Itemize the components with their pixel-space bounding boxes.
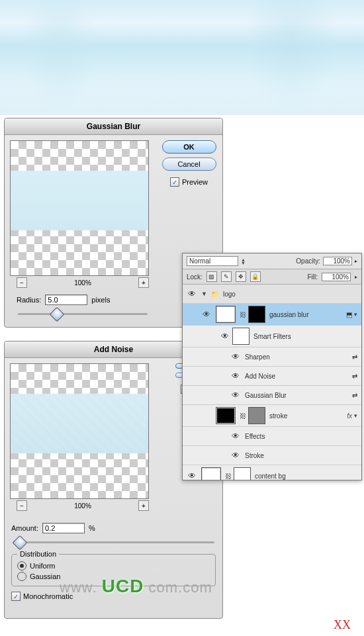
layer-content-bg[interactable]: 👁 ⛓ content bg	[183, 465, 361, 480]
filter-gaussian-blur[interactable]: 👁 Gaussian Blur ⇄	[183, 386, 361, 405]
filter-name: Gaussian Blur	[245, 392, 287, 399]
uniform-label: Uniform	[30, 562, 56, 570]
zoom-in-button[interactable]: +	[138, 500, 149, 511]
preview-checkbox[interactable]: ✓	[170, 177, 179, 187]
layer-stroke[interactable]: 👁 ⛓ stroke fx▾	[183, 405, 361, 427]
corner-annotation: XX	[334, 618, 351, 632]
filter-add-noise[interactable]: 👁 Add Noise ⇄	[183, 367, 361, 386]
eye-icon[interactable]: 👁	[201, 310, 212, 319]
radius-unit: pixels	[91, 296, 110, 304]
mask-thumb	[248, 407, 265, 424]
zoom-level: 100%	[74, 502, 91, 510]
blend-mode-select[interactable]: Normal	[187, 256, 238, 266]
cancel-button[interactable]: Cancel	[162, 158, 216, 171]
lock-all-icon[interactable]: 🔒	[250, 271, 261, 282]
smart-filters-row[interactable]: 👁 Smart Filters	[183, 326, 361, 347]
eye-icon[interactable]: 👁	[230, 432, 241, 441]
lock-position-icon[interactable]: ✥	[236, 271, 246, 282]
link-icon: ⛓	[240, 311, 246, 318]
filter-name: Sharpen	[245, 353, 270, 361]
layer-name: content bg	[255, 473, 286, 480]
layer-gaussian-blur[interactable]: 👁 ⛓ gaussian blur ⬒▾	[183, 304, 361, 326]
preview-sample	[11, 171, 148, 230]
eye-icon[interactable]: 👁	[187, 289, 197, 298]
smart-filters-label: Smart Filters	[253, 333, 291, 340]
link-icon: ⛓	[225, 473, 232, 480]
blend-mode-value: Normal	[189, 257, 210, 265]
eye-icon[interactable]: 👁	[230, 352, 241, 361]
preview-area[interactable]	[10, 140, 149, 276]
layer-thumb	[201, 467, 221, 480]
layer-name: gaussian blur	[269, 311, 308, 318]
amount-label: Amount:	[11, 524, 38, 532]
radius-slider[interactable]	[18, 313, 148, 315]
fill-value[interactable]: 100%	[322, 273, 351, 281]
zoom-in-button[interactable]: +	[138, 277, 149, 288]
banner-image	[0, 0, 364, 115]
distribution-legend: Distribution	[17, 550, 59, 558]
ok-button[interactable]: OK	[162, 140, 216, 154]
layer-thumb	[216, 306, 236, 323]
zoom-level: 100%	[74, 279, 91, 287]
filter-name: Add Noise	[245, 373, 275, 380]
eye-icon[interactable]: 👁	[187, 471, 197, 480]
preview-area[interactable]	[10, 363, 149, 499]
dialog-title: Gaussian Blur	[5, 118, 222, 135]
amount-unit: %	[89, 524, 95, 532]
filter-options-icon[interactable]: ⇄	[352, 392, 357, 399]
zoom-out-button[interactable]: −	[17, 500, 27, 511]
disclosure-icon[interactable]: ▾	[354, 412, 357, 419]
opacity-value[interactable]: 100%	[323, 257, 352, 265]
lock-label: Lock:	[187, 273, 203, 281]
amount-slider[interactable]	[13, 541, 214, 543]
fill-menu-icon[interactable]: ▸	[355, 274, 357, 280]
filter-options-icon[interactable]: ⇄	[352, 353, 357, 361]
folder-icon: 📁	[211, 291, 219, 298]
eye-icon[interactable]: 👁	[220, 332, 230, 341]
watermark: www. UCD com.com	[60, 576, 212, 597]
opacity-label: Opacity:	[296, 257, 320, 265]
effects-row[interactable]: 👁 Effects	[183, 427, 361, 446]
layers-panel: Normal ▲▼ Opacity: 100% ▸ Lock: ▧ ✎ ✥ 🔒 …	[182, 253, 362, 480]
radius-label: Radius:	[17, 296, 41, 304]
mask-thumb	[248, 306, 265, 323]
effect-name: Stroke	[245, 452, 264, 459]
filter-mask-thumb	[232, 328, 250, 345]
eye-icon[interactable]: 👁	[230, 390, 241, 400]
lock-paint-icon[interactable]: ✎	[221, 271, 232, 282]
layer-thumb	[216, 407, 236, 424]
blend-mode-stepper[interactable]: ▲▼	[241, 258, 246, 265]
eye-icon[interactable]: 👁	[230, 371, 241, 381]
watermark-prefix: www.	[60, 579, 97, 596]
amount-input[interactable]	[42, 523, 85, 533]
uniform-radio[interactable]	[17, 561, 26, 570]
effects-label: Effects	[245, 433, 265, 440]
fill-label: Fill:	[307, 273, 318, 281]
eye-icon[interactable]: 👁	[230, 451, 241, 460]
opacity-menu-icon[interactable]: ▸	[355, 258, 357, 264]
smart-object-icon: ⬒	[346, 311, 352, 318]
group-name: logo	[223, 291, 236, 298]
filter-options-icon[interactable]: ⇄	[352, 373, 357, 380]
layer-name: stroke	[269, 412, 287, 420]
preview-label: Preview	[182, 178, 208, 186]
gaussian-label: Gaussian	[30, 572, 60, 580]
zoom-out-button[interactable]: −	[17, 277, 27, 288]
gaussian-radio[interactable]	[17, 572, 26, 581]
disclosure-icon[interactable]: ▾	[354, 311, 357, 318]
radius-input[interactable]	[45, 295, 87, 305]
mask-thumb	[234, 467, 251, 480]
effect-stroke[interactable]: 👁 Stroke	[183, 446, 361, 465]
filter-sharpen[interactable]: 👁 Sharpen ⇄	[183, 347, 361, 367]
watermark-suffix: com.com	[148, 579, 212, 596]
lock-transparency-icon[interactable]: ▧	[206, 271, 217, 282]
monochromatic-checkbox[interactable]: ✓	[11, 592, 21, 601]
disclosure-down-icon[interactable]: ▼	[201, 291, 207, 297]
link-icon: ⛓	[240, 412, 246, 420]
layer-group-row[interactable]: 👁 ▼ 📁 logo	[183, 285, 361, 304]
preview-sample	[11, 394, 148, 453]
watermark-brand: UCD	[102, 576, 144, 596]
